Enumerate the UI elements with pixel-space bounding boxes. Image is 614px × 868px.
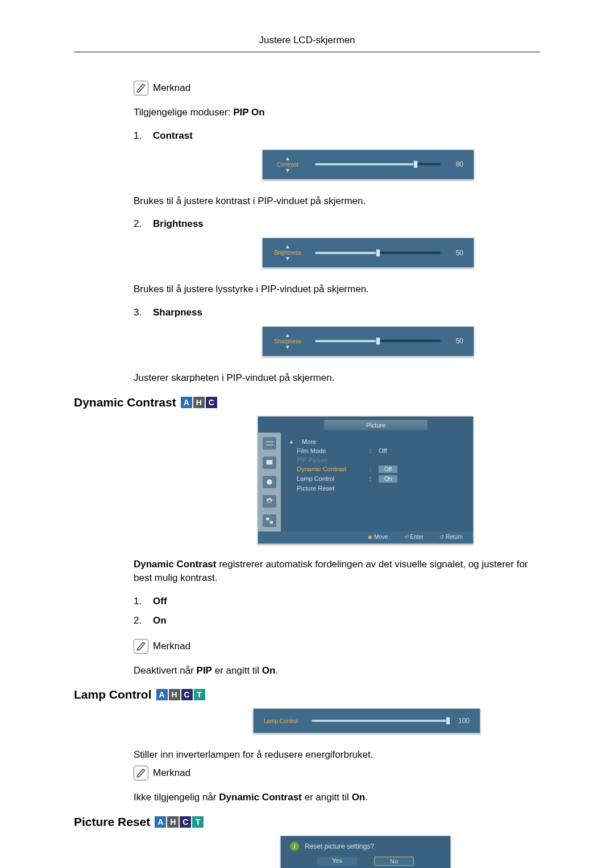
info-icon: i — [290, 842, 299, 851]
brightness-desc: Brukes til å justere lysstyrke i PIP-vin… — [134, 283, 540, 297]
no-button[interactable]: No — [374, 857, 414, 866]
tag-H: H — [193, 397, 205, 408]
intro-text: Tilgjengelige moduser: PIP On — [134, 106, 540, 120]
contrast-desc: Brukes til å justere kontrast i PIP-vind… — [134, 194, 540, 209]
osd-value-selected[interactable]: Off — [379, 466, 397, 473]
note-label: Merknad — [153, 641, 190, 652]
footer-return: ↺ Return — [439, 534, 463, 540]
svg-point-1 — [267, 479, 272, 484]
lamp-control-desc: Stiller inn inverterlampen for å reduser… — [134, 748, 540, 762]
slider-track[interactable] — [315, 163, 441, 165]
section-heading-dynamic-contrast: Dynamic Contrast A H C — [74, 396, 540, 409]
slider-thumb[interactable] — [376, 337, 380, 345]
osd-label: Lamp Control — [297, 475, 365, 482]
tag-H: H — [167, 816, 179, 828]
slider-track[interactable] — [312, 720, 448, 722]
slider-thumb[interactable] — [376, 249, 380, 257]
menu-input-icon[interactable] — [263, 437, 276, 450]
slider-label-col: ▲ Contrast ▼ — [271, 156, 305, 173]
tag-A: A — [156, 689, 168, 700]
slider-name: Contrast — [277, 161, 298, 168]
lamp-control-slider[interactable]: Lamp Control 100 — [253, 708, 480, 733]
heading-text: Dynamic Contrast — [74, 396, 176, 409]
note-icon — [134, 766, 148, 780]
osd-label: PIP Picture — [297, 456, 365, 463]
osd-row-pip-picture: PIP Picture — [289, 455, 465, 464]
osd-footer: ◆ Move ⏎ Enter ↺ Return — [258, 531, 473, 543]
slider-track[interactable] — [315, 252, 441, 254]
menu-setup-icon[interactable] — [263, 495, 276, 508]
osd-row-film-mode[interactable]: Film Mode : Off — [289, 446, 465, 455]
list-item-sharpness: 3. Sharpness — [134, 307, 540, 318]
osd-tab[interactable]: Picture — [324, 420, 428, 430]
tag-C: C — [181, 689, 193, 700]
osd-row-lamp-control[interactable]: Lamp Control : On — [289, 474, 465, 484]
osd-value-box[interactable]: On — [379, 475, 397, 483]
osd-row-more[interactable]: ▲ More — [289, 437, 465, 446]
list-num: 2. — [134, 615, 153, 626]
list-item-brightness: 2. Brightness — [134, 218, 540, 230]
section-heading-picture-reset: Picture Reset A H C T — [74, 815, 540, 829]
lamp-note-text: Ikke tilgjengelig når Dynamic Contrast e… — [134, 791, 540, 805]
list-label: Off — [153, 596, 167, 607]
svg-rect-2 — [266, 517, 269, 520]
reset-dialog: i Reset picture settings? Yes No — [280, 836, 451, 868]
brightness-slider[interactable]: ▲ Brightness ▼ 50 — [262, 238, 474, 268]
list-label: On — [153, 615, 167, 626]
osd-panel: Picture ▲ More Film Mode : Off — [258, 416, 474, 544]
slider-track[interactable] — [315, 340, 441, 342]
arrow-up-icon: ▲ — [285, 244, 291, 250]
dc-note-text: Deaktivert når PIP er angitt til On. — [134, 664, 540, 678]
note-label: Merknad — [153, 82, 190, 94]
dc-option-off: 1. Off — [134, 596, 540, 607]
dialog-buttons: Yes No — [281, 855, 450, 866]
menu-picture-icon[interactable] — [263, 456, 276, 469]
tag-T: T — [194, 689, 205, 700]
arrow-up-icon: ▲ — [285, 333, 291, 338]
dynamic-contrast-desc: Dynamic Contrast registrerer automatisk … — [134, 558, 540, 585]
osd-label: More — [302, 438, 370, 445]
contrast-slider[interactable]: ▲ Contrast ▼ 80 — [262, 149, 474, 180]
menu-sound-icon[interactable] — [263, 476, 276, 488]
slider-fill — [315, 252, 378, 254]
tag-C: C — [180, 816, 191, 828]
slider-value: 100 — [457, 717, 470, 725]
yes-button[interactable]: Yes — [317, 857, 357, 866]
heading-text: Lamp Control — [74, 688, 152, 701]
osd-row-picture-reset[interactable]: Picture Reset — [289, 484, 465, 493]
slider-thumb[interactable] — [446, 717, 450, 725]
page-header: Justere LCD-skjermen — [74, 34, 540, 52]
footer-enter: ⏎ Enter — [404, 534, 424, 540]
note-icon — [134, 639, 148, 654]
menu-multi-icon[interactable] — [263, 514, 276, 527]
svg-rect-0 — [267, 460, 273, 464]
svg-rect-3 — [270, 521, 273, 524]
tag-H: H — [169, 689, 180, 700]
osd-label: Dynamic Contrast — [297, 466, 365, 472]
slider-fill — [315, 340, 378, 342]
slider-fill — [315, 163, 416, 165]
sharpness-desc: Justerer skarpheten i PIP-vinduet på skj… — [134, 371, 540, 385]
osd-top: Picture — [258, 417, 473, 433]
osd-row-dynamic-contrast[interactable]: Dynamic Contrast : Off — [289, 464, 465, 474]
list-num: 1. — [134, 596, 153, 607]
note-row: Merknad — [134, 639, 540, 654]
slider-value: 80 — [451, 160, 463, 168]
dialog-title: Reset picture settings? — [305, 842, 374, 850]
desc-bold: Dynamic Contrast — [134, 559, 216, 570]
arrow-up-icon: ▲ — [289, 439, 294, 445]
slider-thumb[interactable] — [413, 160, 418, 168]
list-label: Sharpness — [153, 307, 202, 318]
note-row: Merknad — [134, 81, 540, 95]
note-icon — [134, 81, 148, 95]
footer-move: ◆ Move — [368, 534, 388, 540]
list-label: Contrast — [153, 130, 193, 142]
slider-value: 50 — [451, 249, 463, 257]
slider-label-col: ▲ Brightness ▼ — [271, 244, 305, 261]
list-label: Brightness — [153, 218, 204, 230]
sharpness-slider[interactable]: ▲ Sharpness ▼ 50 — [262, 326, 474, 356]
list-num: 2. — [134, 218, 153, 230]
intro-bold: PIP On — [233, 107, 264, 118]
list-num: 1. — [134, 130, 153, 142]
osd-label: Picture Reset — [297, 485, 365, 492]
